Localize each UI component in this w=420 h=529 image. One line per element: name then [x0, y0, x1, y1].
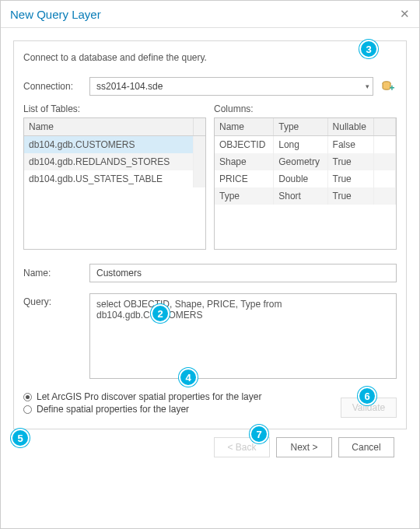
column-row[interactable]: TypeShortTrue	[215, 187, 396, 205]
dialog-title: New Query Layer	[10, 8, 101, 21]
cancel-button[interactable]: Cancel	[338, 437, 394, 457]
query-textarea[interactable]: select OBJECTID, Shape, PRICE, Type from…	[89, 293, 397, 379]
database-icon	[381, 79, 395, 93]
col-header-nullable[interactable]: Nullable	[327, 118, 373, 136]
connection-value: ss2014-104.sde	[96, 81, 163, 92]
next-button[interactable]: Next >	[276, 437, 332, 457]
radio-define-label: Define spatial properties for the layer	[37, 404, 189, 415]
tables-label: List of Tables:	[23, 103, 206, 114]
name-input[interactable]: Customers	[89, 264, 397, 282]
callout-7: 7	[250, 425, 268, 443]
instruction-text: Connect to a database and define the que…	[23, 52, 397, 63]
radio-discover[interactable]	[23, 393, 32, 401]
chevron-down-icon: ▾	[366, 82, 369, 90]
columns-label: Columns:	[214, 103, 397, 114]
callout-5: 5	[11, 429, 30, 447]
radio-discover-label: Let ArcGIS Pro discover spatial properti…	[37, 391, 261, 402]
col-header-name[interactable]: Name	[215, 118, 274, 136]
table-row[interactable]: db104.gdb.CUSTOMERS	[24, 136, 205, 154]
connection-dropdown[interactable]: ss2014-104.sde ▾	[89, 77, 373, 96]
close-icon[interactable]: ✕	[400, 7, 410, 21]
radio-define[interactable]	[23, 405, 32, 414]
query-label: Query:	[23, 293, 89, 379]
svg-rect-2	[391, 86, 393, 90]
table-row[interactable]: db104.gdb.US_STATES_TABLE	[24, 170, 205, 187]
table-row[interactable]: db104.gdb.REDLANDS_STORES	[24, 153, 205, 170]
name-label: Name:	[23, 268, 89, 279]
callout-3: 3	[359, 40, 378, 58]
connection-label: Connection:	[23, 81, 89, 92]
add-connection-button[interactable]	[380, 78, 397, 95]
main-panel: Connect to a database and define the que…	[13, 40, 407, 429]
callout-4: 4	[179, 368, 198, 387]
column-row[interactable]: ShapeGeometryTrue	[215, 153, 396, 170]
tables-header-name[interactable]: Name	[24, 118, 193, 136]
column-row[interactable]: OBJECTIDLongFalse	[215, 136, 396, 154]
column-row[interactable]: PRICEDoubleTrue	[215, 170, 396, 187]
col-header-type[interactable]: Type	[274, 118, 327, 136]
callout-6: 6	[358, 387, 376, 405]
callout-2: 2	[151, 304, 170, 323]
columns-grid[interactable]: Name Type Nullable OBJECTIDLongFalse Sha…	[214, 117, 397, 250]
tables-grid[interactable]: Name db104.gdb.CUSTOMERS db104.gdb.REDLA…	[23, 117, 206, 250]
